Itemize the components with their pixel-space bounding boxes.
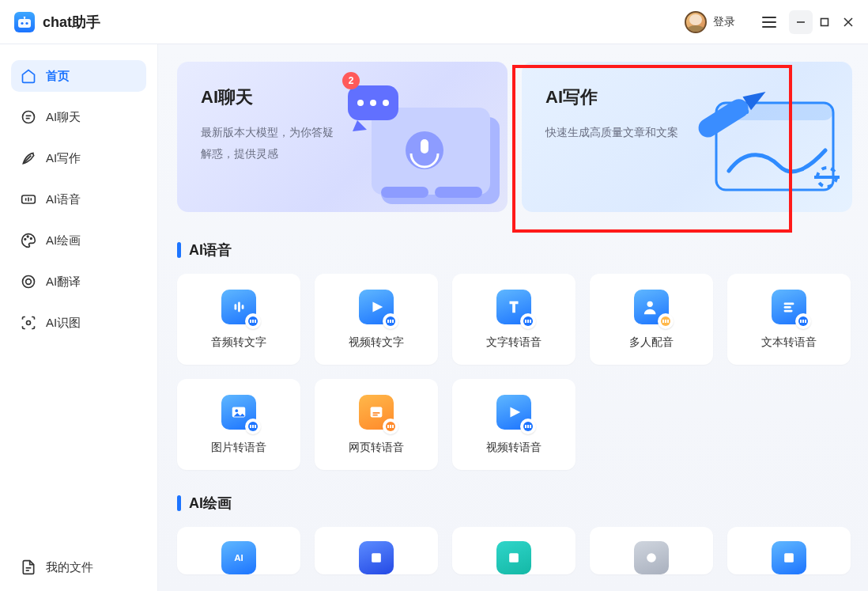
text-badge-icon bbox=[383, 313, 398, 329]
scan-icon bbox=[21, 315, 36, 331]
section-title-text: AI绘画 bbox=[189, 494, 232, 513]
video-to-speech-icon bbox=[496, 395, 531, 430]
svg-rect-50 bbox=[242, 305, 244, 309]
card-video-to-text[interactable]: 视频转文字 bbox=[315, 274, 438, 365]
menu-icon[interactable] bbox=[757, 10, 781, 34]
feather-icon bbox=[21, 150, 36, 166]
card-draw-2[interactable] bbox=[315, 527, 438, 574]
svg-point-30 bbox=[406, 131, 443, 169]
banner-title: AI写作 bbox=[545, 85, 852, 109]
sidebar-item-aiwrite[interactable]: AI写作 bbox=[11, 142, 146, 174]
sidebar-item-label: AI聊天 bbox=[46, 110, 81, 125]
svg-text:2: 2 bbox=[349, 75, 354, 86]
palette-icon bbox=[21, 233, 36, 248]
svg-point-52 bbox=[647, 301, 653, 306]
svg-point-22 bbox=[31, 238, 32, 240]
svg-rect-33 bbox=[435, 187, 482, 198]
card-image-to-speech[interactable]: 图片转语音 bbox=[177, 379, 300, 470]
app-title: chat助手 bbox=[43, 13, 100, 32]
draw-icon bbox=[359, 541, 394, 574]
card-label: 音频转文字 bbox=[211, 335, 266, 350]
app-logo-icon bbox=[14, 12, 35, 32]
search-badge-icon bbox=[658, 313, 674, 329]
text-badge-icon bbox=[245, 313, 261, 329]
banner-desc: 最新版本大模型，为你答疑解惑，提供灵感 bbox=[201, 122, 335, 164]
translate-icon bbox=[21, 274, 36, 290]
card-draw-5[interactable] bbox=[727, 527, 851, 574]
svg-rect-53 bbox=[784, 302, 794, 305]
window-maximize-icon[interactable] bbox=[813, 10, 836, 34]
card-audio-to-text[interactable]: 音频转文字 bbox=[177, 274, 300, 365]
svg-rect-40 bbox=[716, 103, 833, 190]
avatar[interactable] bbox=[685, 11, 707, 33]
svg-marker-51 bbox=[372, 301, 383, 312]
sidebar-item-aidraw[interactable]: AI绘画 bbox=[11, 225, 146, 256]
card-text-to-speech[interactable]: 文字转语音 bbox=[452, 274, 576, 365]
card-draw-4[interactable] bbox=[590, 527, 713, 574]
window-minimize-icon[interactable] bbox=[789, 10, 813, 34]
sidebar-item-aitrans[interactable]: AI翻译 bbox=[11, 266, 146, 297]
card-multi-voice[interactable]: 多人配音 bbox=[590, 274, 713, 365]
card-label: 图片转语音 bbox=[211, 441, 266, 455]
file-icon bbox=[21, 559, 36, 575]
card-label: 文本转语音 bbox=[761, 335, 817, 350]
banner-aiwrite[interactable]: AI写作 快速生成高质量文章和文案 bbox=[522, 62, 852, 212]
svg-rect-67 bbox=[784, 553, 794, 563]
svg-point-4 bbox=[24, 17, 25, 18]
textblock-to-speech-icon bbox=[772, 290, 806, 324]
svg-rect-48 bbox=[235, 304, 237, 309]
card-label: 多人配音 bbox=[629, 335, 674, 350]
banner-aichat[interactable]: AI聊天 最新版本大模型，为你答疑解惑，提供灵感 bbox=[177, 62, 508, 212]
voice-card-grid: 音频转文字 视频转文字 文字转语音 bbox=[177, 274, 852, 470]
svg-rect-49 bbox=[238, 301, 240, 312]
sidebar-item-myfiles[interactable]: 我的文件 bbox=[11, 551, 146, 583]
svg-point-12 bbox=[23, 112, 35, 123]
section-title-aidraw: AI绘画 bbox=[177, 494, 852, 513]
card-label: 文字转语音 bbox=[486, 335, 542, 350]
home-icon bbox=[21, 68, 36, 84]
svg-rect-0 bbox=[18, 19, 31, 28]
voice-badge-icon bbox=[245, 419, 261, 434]
sidebar-item-label: 首页 bbox=[46, 69, 70, 84]
sidebar-item-label: AI语音 bbox=[46, 192, 81, 207]
svg-rect-28 bbox=[381, 117, 500, 204]
svg-point-42 bbox=[725, 109, 730, 114]
banner-desc: 快速生成高质量文章和文案 bbox=[545, 122, 680, 143]
svg-rect-55 bbox=[784, 309, 793, 312]
web-to-speech-icon bbox=[359, 395, 394, 430]
card-video-to-speech[interactable]: 视频转语音 bbox=[452, 379, 576, 470]
login-button[interactable]: 登录 bbox=[713, 15, 735, 29]
svg-point-23 bbox=[23, 276, 35, 288]
svg-rect-59 bbox=[371, 407, 383, 410]
svg-rect-9 bbox=[821, 18, 828, 25]
voice-badge-icon bbox=[520, 419, 536, 434]
svg-rect-61 bbox=[372, 414, 377, 415]
card-web-to-speech[interactable]: 网页转语音 bbox=[315, 379, 438, 470]
banner-title: AI聊天 bbox=[201, 85, 508, 109]
sidebar-item-label: AI绘画 bbox=[46, 233, 81, 248]
main-content: AI聊天 最新版本大模型，为你答疑解惑，提供灵感 bbox=[158, 44, 868, 591]
card-textblock-to-speech[interactable]: 文本转语音 bbox=[727, 274, 851, 365]
svg-rect-54 bbox=[784, 306, 791, 309]
voice-badge-icon bbox=[520, 313, 536, 329]
window-close-icon[interactable] bbox=[836, 10, 860, 34]
sidebar: 首页 AI聊天 AI写作 AI语音 AI绘画 AI翻译 AI识图 bbox=[0, 44, 158, 591]
card-draw-1[interactable]: AI bbox=[177, 527, 300, 574]
svg-point-20 bbox=[25, 239, 26, 241]
video-to-text-icon bbox=[359, 290, 394, 324]
card-label: 视频转文字 bbox=[349, 335, 404, 350]
sidebar-item-aichat[interactable]: AI聊天 bbox=[11, 101, 146, 133]
card-draw-3[interactable] bbox=[452, 527, 576, 574]
svg-point-21 bbox=[27, 236, 28, 237]
titlebar: chat助手 登录 bbox=[0, 0, 868, 44]
sidebar-item-aiimg[interactable]: AI识图 bbox=[11, 307, 146, 339]
svg-rect-65 bbox=[509, 553, 519, 563]
voice-bars-icon bbox=[21, 191, 36, 207]
chat-icon bbox=[21, 109, 36, 125]
sidebar-item-home[interactable]: 首页 bbox=[11, 60, 146, 92]
svg-marker-62 bbox=[510, 407, 520, 417]
svg-text:AI: AI bbox=[234, 552, 243, 563]
section-title-aivoice: AI语音 bbox=[177, 241, 852, 260]
sidebar-item-aivoice[interactable]: AI语音 bbox=[11, 184, 146, 215]
svg-point-57 bbox=[235, 409, 238, 412]
